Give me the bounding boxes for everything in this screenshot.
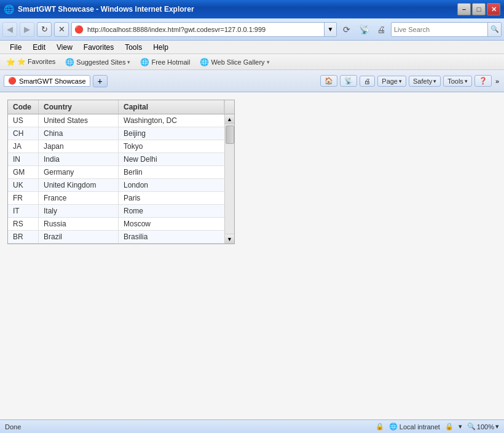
scroll-thumb[interactable]: [226, 125, 234, 144]
refresh-button[interactable]: ↻: [37, 22, 52, 37]
search-input[interactable]: [392, 26, 487, 33]
rss-icon[interactable]: 📡: [356, 22, 371, 37]
menu-favorites[interactable]: Favorites: [79, 42, 119, 53]
cell-code: FR: [8, 192, 39, 204]
chevron-down-icon: ▾: [127, 59, 130, 65]
favorites-bar: ⭐ ⭐ Favorites 🌐 Suggested Sites ▾ 🌐 Free…: [0, 54, 504, 70]
menu-view[interactable]: View: [52, 42, 77, 53]
new-tab-button[interactable]: +: [93, 75, 108, 87]
tools-chevron-icon: ▾: [465, 78, 468, 84]
cell-capital: Tokyo: [119, 140, 234, 153]
header-capital[interactable]: Capital: [119, 100, 224, 114]
cell-code: GM: [8, 166, 39, 178]
menu-file[interactable]: File: [5, 42, 26, 53]
web-slice-gallery-link[interactable]: 🌐 Web Slice Gallery ▾: [197, 57, 272, 67]
cell-code: CH: [8, 127, 39, 140]
magnifier-icon: 🔍: [467, 423, 476, 431]
status-bar: Done 🔒 🌐 Local intranet 🔒 ▾ 🔍 100% ▾: [0, 419, 504, 433]
menu-bar: File Edit View Favorites Tools Help: [0, 41, 504, 54]
zoom-control[interactable]: 🔍 100% ▾: [467, 423, 499, 431]
scroll-up-button[interactable]: ▲: [225, 114, 234, 124]
minimize-button[interactable]: –: [457, 3, 471, 15]
header-code[interactable]: Code: [8, 100, 39, 114]
forward-button[interactable]: ▶: [20, 22, 34, 37]
favorites-button[interactable]: ⭐ ⭐ Favorites: [4, 57, 58, 67]
table-row[interactable]: IN India New Delhi: [8, 153, 234, 166]
table-row[interactable]: GM Germany Berlin: [8, 166, 234, 179]
menu-tools[interactable]: Tools: [120, 42, 147, 53]
active-tab[interactable]: 🔴 SmartGWT Showcase: [4, 75, 90, 87]
table-row[interactable]: IT Italy Rome: [8, 205, 234, 218]
cell-code: BR: [8, 231, 39, 243]
home-button[interactable]: 🏠: [320, 75, 337, 87]
free-hotmail-label: Free Hotmail: [151, 58, 190, 66]
grid-rows-container: US United States Washington, DC CH China…: [8, 114, 234, 244]
web-slice-icon: 🌐: [200, 58, 209, 66]
cell-code: IT: [8, 205, 39, 217]
stop-button[interactable]: ✕: [54, 22, 69, 37]
chevron-down-icon-2: ▾: [267, 59, 270, 65]
cell-capital: Berlin: [119, 166, 234, 178]
cell-country: United Kingdom: [39, 179, 119, 191]
grid-header: Code Country Capital: [8, 100, 234, 114]
address-bar[interactable]: 🔴 ▼: [71, 22, 337, 37]
table-row[interactable]: US United States Washington, DC: [8, 114, 234, 127]
search-button[interactable]: 🔍: [487, 23, 501, 36]
print-button[interactable]: 🖨: [360, 76, 375, 87]
zoom-chevron-icon: ▾: [495, 423, 499, 431]
cell-code: UK: [8, 179, 39, 191]
table-row[interactable]: UK United Kingdom London: [8, 179, 234, 192]
suggested-sites-link[interactable]: 🌐 Suggested Sites ▾: [63, 57, 133, 67]
cell-capital: New Delhi: [119, 153, 234, 165]
back-button[interactable]: ◀: [2, 22, 17, 37]
table-row[interactable]: CH China Beijing: [8, 127, 234, 140]
page-menu-button[interactable]: Page ▾: [377, 76, 406, 87]
maximize-button[interactable]: □: [472, 3, 486, 15]
menu-help[interactable]: Help: [148, 42, 173, 53]
scrollbar[interactable]: ▲ ▼: [224, 114, 234, 244]
table-row[interactable]: FR France Paris: [8, 192, 234, 205]
rss-feed-button[interactable]: 📡: [340, 75, 357, 87]
cell-country: Japan: [39, 140, 119, 153]
hotmail-icon: 🌐: [140, 58, 149, 66]
chevron-zone-icon: ▾: [459, 423, 462, 431]
tab-label: SmartGWT Showcase: [19, 77, 86, 85]
cell-country: Germany: [39, 166, 119, 178]
address-input[interactable]: [86, 26, 324, 33]
cell-country: Italy: [39, 205, 119, 217]
menu-edit[interactable]: Edit: [28, 42, 50, 53]
print-icon[interactable]: 🖨: [374, 22, 388, 37]
cell-country: China: [39, 127, 119, 140]
safety-menu-button[interactable]: Safety ▾: [409, 76, 441, 87]
free-hotmail-link[interactable]: 🌐 Free Hotmail: [138, 57, 192, 67]
table-row[interactable]: BR Brazil Brasilia: [8, 231, 234, 244]
refresh-page-icon[interactable]: ⟳: [339, 22, 354, 37]
main-content: Code Country Capital US United States Wa…: [0, 92, 504, 419]
header-country[interactable]: Country: [39, 100, 119, 114]
toolbar-expand-button[interactable]: »: [494, 76, 500, 86]
cell-country: United States: [39, 114, 119, 127]
zone-status[interactable]: 🌐 Local intranet: [389, 423, 440, 431]
scroll-down-button[interactable]: ▼: [225, 234, 234, 244]
safety-chevron-icon: ▾: [433, 78, 436, 84]
tools-menu-button[interactable]: Tools ▾: [443, 76, 472, 87]
tab-bar: 🔴 SmartGWT Showcase +: [4, 75, 108, 87]
tab-favicon: 🔴: [8, 77, 17, 85]
grid-body: US United States Washington, DC CH China…: [8, 114, 234, 244]
table-row[interactable]: RS Russia Moscow: [8, 218, 234, 231]
cell-capital: Paris: [119, 192, 234, 204]
close-button[interactable]: ✕: [487, 3, 500, 15]
browser-toolbar: 🔴 SmartGWT Showcase + 🏠 📡 🖨 Page ▾ Safet…: [0, 70, 504, 92]
zone-icon: 🌐: [389, 423, 398, 431]
security-icon: 🔒: [376, 423, 384, 431]
cell-country: India: [39, 153, 119, 165]
cell-capital: London: [119, 179, 234, 191]
table-row[interactable]: JA Japan Tokyo: [8, 140, 234, 153]
cell-capital: Rome: [119, 205, 234, 217]
go-button[interactable]: ▼: [324, 23, 336, 36]
web-slice-label: Web Slice Gallery: [211, 58, 264, 66]
cell-capital: Washington, DC: [119, 114, 234, 127]
favorites-label: ⭐ Favorites: [17, 58, 55, 66]
search-bar[interactable]: 🔍: [391, 22, 502, 37]
help-button[interactable]: ❓: [474, 75, 492, 87]
